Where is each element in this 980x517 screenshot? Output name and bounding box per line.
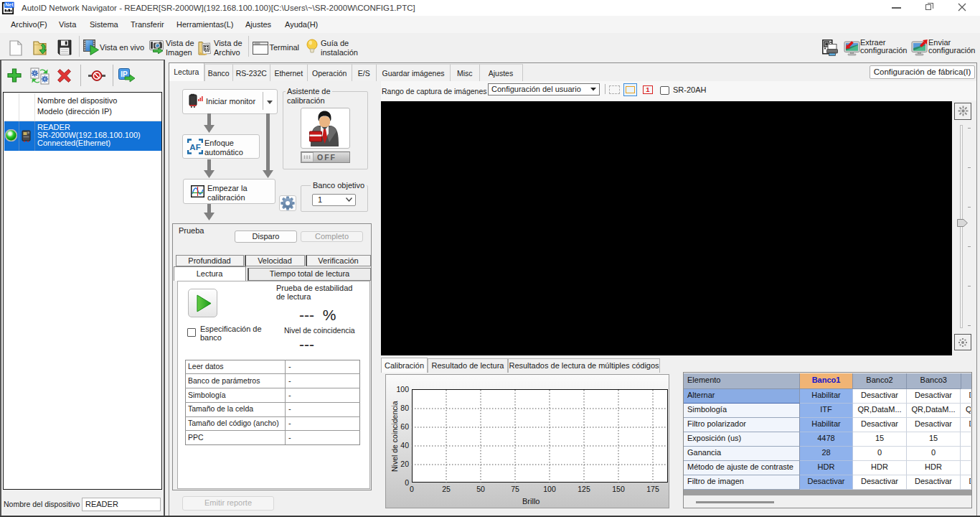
svg-text:AF: AF — [189, 142, 200, 151]
svg-text:Net: Net — [5, 2, 14, 7]
